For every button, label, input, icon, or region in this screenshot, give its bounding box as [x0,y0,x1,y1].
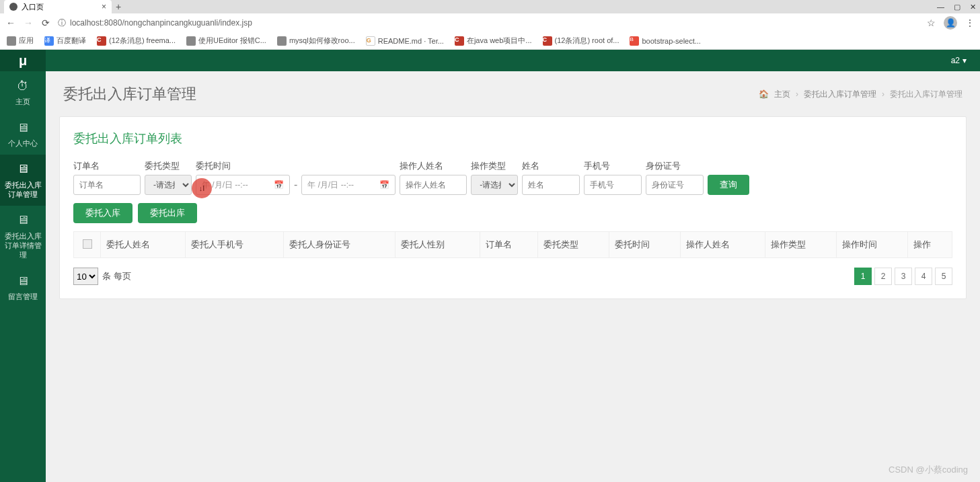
close-window-icon[interactable]: ✕ [970,3,976,11]
close-icon[interactable]: × [102,2,106,11]
name-input[interactable] [522,175,580,195]
profile-icon[interactable]: 👤 [944,16,957,30]
sidebar-item[interactable]: 🖥委托出入库订单管理 [0,155,46,206]
entrust-in-button[interactable]: 委托入库 [73,203,133,223]
op-type-select[interactable]: -请选择- [471,175,518,195]
apps-button[interactable]: 应用 [7,36,34,46]
checkbox-header[interactable] [74,232,101,258]
page-button[interactable]: 2 [874,268,892,285]
date-to-input[interactable]: 年 /月/日 --:-- 📅 [301,175,395,195]
table-header: 订单名 [480,232,537,258]
crumb-home[interactable]: 主页 [774,89,790,100]
table-header: 委托人手机号 [185,232,283,258]
bookmark-icon: C [455,36,464,46]
page-button[interactable]: 5 [935,268,952,285]
user-menu[interactable]: a2 ▾ [951,56,980,65]
address-row: ← → ⟳ ⓘ localhost:8080/nongchanpincangku… [0,13,980,32]
reload-icon[interactable]: ⟳ [40,17,51,28]
query-button[interactable]: 查询 [708,175,749,195]
url-text: localhost:8080/nongchanpincangkuguanli/i… [70,18,252,28]
menu-icon[interactable]: ⋮ [965,17,975,28]
forward-icon[interactable]: → [23,17,34,28]
type-select[interactable]: -请选择- [145,175,192,195]
crumb-1[interactable]: 委托出入库订单管理 [804,89,876,100]
sidebar-icon: 🖥 [17,274,29,289]
idcard-input[interactable] [646,175,704,195]
new-tab-button[interactable]: + [116,1,121,12]
sidebar-icon: 🖥 [17,120,29,136]
sidebar-icon: 🖥 [17,212,29,228]
field-type: 委托类型 -请选择- [145,160,192,195]
maximize-icon[interactable]: ▢ [954,3,960,11]
order-name-input[interactable] [73,175,141,195]
calendar-icon: 📅 [274,180,284,190]
per-page-text: 条 每页 [102,270,131,282]
bookmarks-bar: 应用 译百度翻译C(12条消息) freema...使用UEditor 报错C.… [0,32,980,50]
page-button[interactable]: 1 [854,268,872,285]
sidebar-icon: 🖥 [17,161,29,177]
bookmark-icon: 译 [44,36,54,46]
operator-input[interactable] [400,175,467,195]
data-table: 委托人姓名委托人手机号委托人身份证号委托人性别订单名委托类型委托时间操作人姓名操… [73,231,952,258]
browser-chrome: 入口页 × + — ▢ ✕ ← → ⟳ ⓘ localhost:8080/non… [0,0,980,50]
field-phone: 手机号 [584,160,642,195]
table-footer: 10 条 每页 12345 [73,268,952,285]
bookmark-item[interactable]: 译百度翻译 [44,36,86,46]
field-idcard: 身份证号 [646,160,704,195]
field-name: 姓名 [522,160,580,195]
pagination: 12345 [854,268,952,285]
page-button[interactable]: 4 [915,268,932,285]
browser-tab[interactable]: 入口页 × [4,0,112,13]
field-order-name: 订单名 [73,160,141,195]
apps-icon [7,36,16,46]
home-icon: 🏠 [759,89,769,99]
page-button[interactable]: 3 [895,268,912,285]
page-title: 委托出入库订单管理 [63,84,196,104]
table-header: 操作类型 [765,232,836,258]
field-operator: 操作人姓名 [400,160,467,195]
bookmark-item[interactable]: 使用UEditor 报错C... [186,36,266,46]
minimize-icon[interactable]: — [937,3,944,11]
checkbox-icon[interactable] [83,239,92,249]
url-box[interactable]: ⓘ localhost:8080/nongchanpincangkuguanli… [58,17,920,29]
table-header: 委托人性别 [395,232,480,258]
app-top-bar: μ a2 ▾ [0,50,980,71]
field-time-to: 年 /月/日 --:-- 📅 [301,162,395,195]
sidebar-item[interactable]: 🖥个人中心 [0,114,46,155]
logo[interactable]: μ [0,50,46,71]
crumb-2: 委托出入库订单管理 [890,89,963,100]
field-op-type: 操作类型 -请选择- [471,160,518,195]
sidebar: ⏱主页🖥个人中心🖥委托出入库订单管理🖥委托出入库订单详情管理🖥留言管理 [0,50,46,482]
bookmark-icon: C [543,36,552,46]
bookmark-item[interactable]: GREADME.md · Ter... [366,36,444,46]
action-buttons: 委托入库 委托出库 [73,203,952,223]
bookmark-item[interactable]: Bbootstrap-select... [630,36,700,46]
bookmark-icon: B [630,36,639,46]
bookmark-item[interactable]: mysql如何修改roo... [277,36,355,46]
info-icon: ⓘ [58,17,66,29]
calendar-icon: 📅 [379,180,389,190]
table-header: 操作人姓名 [680,232,765,258]
star-icon[interactable]: ☆ [927,17,936,28]
breadcrumb: 🏠 主页 › 委托出入库订单管理 › 委托出入库订单管理 [759,89,963,100]
back-icon[interactable]: ← [5,17,16,28]
bookmark-icon: C [97,36,106,46]
app-body: ⏱主页🖥个人中心🖥委托出入库订单管理🖥委托出入库订单详情管理🖥留言管理 委托出入… [0,50,980,482]
entrust-out-button[interactable]: 委托出库 [138,203,197,223]
phone-input[interactable] [584,175,642,195]
table-header: 委托人姓名 [101,232,186,258]
bookmark-item[interactable]: C(12条消息) freema... [97,36,176,46]
page-size-select[interactable]: 10 [73,268,98,285]
content-area: 委托出入库订单管理 🏠 主页 › 委托出入库订单管理 › 委托出入库订单管理 委… [46,50,980,482]
sidebar-item[interactable]: 🖥委托出入库订单详情管理 [0,206,46,266]
tab-row: 入口页 × + — ▢ ✕ [0,0,980,13]
sidebar-item[interactable]: ⏱主页 [0,72,46,114]
user-name: a2 [951,56,960,65]
sidebar-item[interactable]: 🖥留言管理 [0,267,46,309]
bookmark-item[interactable]: C(12条消息) root of... [543,36,619,46]
bookmark-item[interactable]: C在java web项目中... [455,36,532,46]
bookmark-icon: G [366,36,375,46]
bookmark-icon [186,36,196,46]
table-header: 委托时间 [609,232,680,258]
date-from-input[interactable]: 年 /月/日 --:-- 📅 [196,175,290,195]
